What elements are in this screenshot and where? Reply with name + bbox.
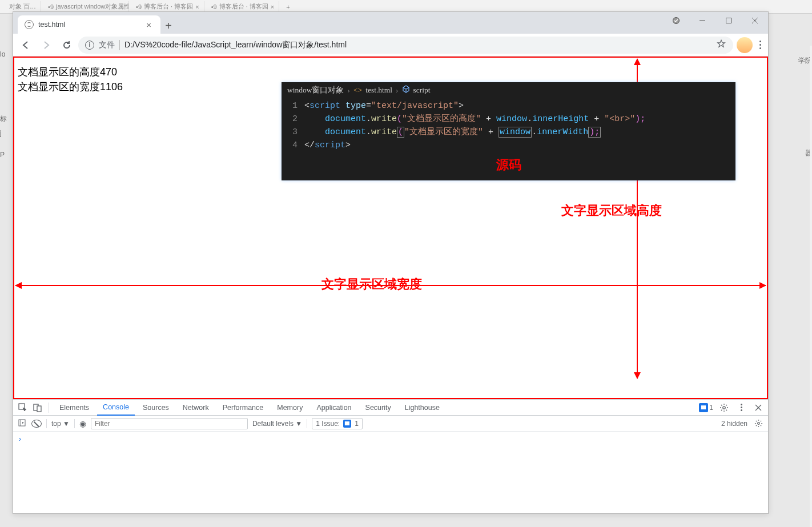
window-close-button[interactable] [742,12,768,29]
tab-console[interactable]: Console [97,400,135,416]
url-text: D:/VS%20code-file/JavaScript_learn/windo… [124,40,347,50]
clipped-text: 标 [0,114,7,124]
bg-tab: •9 博客后台 · 博客园 × [207,1,280,12]
device-toggle-icon[interactable] [31,401,44,414]
tab-title: test.html [38,21,65,29]
console-subbar: top ▼ ◉ Default levels ▼ 1 Issue: ⯀ 1 2 … [13,416,768,432]
address-bar[interactable]: i 文件 D:/VS%20code-file/JavaScript_learn/… [78,37,733,54]
tab-elements[interactable]: Elements [54,400,95,415]
back-button[interactable] [17,36,35,54]
editor-breadcrumbs: window窗口对象 › <> test.html › script [282,82,735,98]
crumb: test.html [365,86,392,95]
globe-icon [25,20,34,29]
reload-button[interactable] [58,36,76,54]
live-expression-icon[interactable]: ◉ [79,419,86,428]
bg-new-tab[interactable]: + [282,3,294,10]
bg-tab: 对象 百… [5,1,41,12]
devtools-tabbar: Elements Console Sources Network Perform… [13,400,768,416]
console-filter-input[interactable] [91,418,248,429]
tab-lighthouse[interactable]: Lighthouse [399,400,445,415]
console-settings-icon[interactable] [752,417,765,430]
height-label-annotation: 文字显示区域高度 [561,202,662,219]
issues-box[interactable]: 1 Issue: ⯀ 1 [312,418,363,429]
info-icon[interactable]: i [85,41,94,50]
console-prompt: › [19,435,21,443]
tab-sources[interactable]: Sources [137,400,175,415]
issues-indicator[interactable]: ⯀ 1 [699,403,713,412]
forward-button[interactable] [37,36,55,54]
tab-performance[interactable]: Performance [217,400,270,415]
svg-rect-2 [726,18,731,23]
bg-tab: •9 javascript window对象属性和… × [43,1,129,12]
crumb: window窗口对象 [287,85,344,95]
browser-tab[interactable]: test.html × [18,15,160,34]
browser-menu-button[interactable] [756,37,765,53]
issue-badge-icon: ⯀ [343,420,351,428]
tab-strip: test.html × + [13,12,768,34]
crumb: script [413,86,431,95]
issue-badge-icon: ⯀ [699,403,708,412]
line-gutter: 1 2 3 4 [282,98,304,153]
bg-tab: •9 博客后台 · 博客园 × [131,1,204,12]
context-selector[interactable]: top ▼ [51,420,70,428]
browser-window: test.html × + i 文件 D:/VS%20code-file/Jav… [13,11,769,514]
bookmark-star-icon[interactable] [716,39,726,51]
output-line: 文档显示区的宽度1106 [18,79,123,94]
hidden-count: 2 hidden [721,420,747,428]
background-sliver [810,46,812,527]
output-line: 文档显示区的高度470 [18,65,123,79]
page-viewport: 文档显示区的高度470 文档显示区的宽度1106 文字显示区域高度 文字显示区域… [13,57,768,399]
inspect-element-icon[interactable] [17,401,29,414]
window-minimize-button[interactable] [689,12,715,29]
page-output: 文档显示区的高度470 文档显示区的宽度1106 [18,65,123,94]
source-code-inset: window窗口对象 › <> test.html › script 1 2 3… [282,82,735,180]
tab-application[interactable]: Application [311,400,357,415]
browser-toolbar: i 文件 D:/VS%20code-file/JavaScript_learn/… [13,34,768,57]
devtools-panel: Elements Console Sources Network Perform… [13,399,768,513]
svg-rect-7 [37,406,41,412]
source-code-label: 源码 [282,153,735,174]
cupcake-icon [737,37,753,53]
clear-console-icon[interactable] [31,420,42,428]
close-tab-button[interactable]: × [144,20,154,30]
scheme-label: 文件 [99,40,120,50]
svg-rect-11 [19,420,25,426]
devtools-more-icon[interactable] [735,401,747,414]
console-body[interactable]: › [13,432,768,513]
log-level-selector[interactable]: Default levels ▼ [252,420,302,428]
svg-point-13 [757,423,759,425]
width-label-annotation: 文字显示区域宽度 [321,276,422,293]
tab-memory[interactable]: Memory [271,400,308,415]
clipped-text: j [0,129,2,137]
code-body: <script type="text/javascript"> document… [304,98,735,153]
clipped-text: P [0,151,5,159]
tab-network[interactable]: Network [177,400,215,415]
clipped-text: lo [0,50,5,58]
svg-point-8 [723,406,725,408]
tab-security[interactable]: Security [360,400,397,415]
window-maximize-button[interactable] [715,12,742,29]
console-sidebar-toggle-icon[interactable] [17,419,27,428]
cube-icon [402,85,410,95]
window-extra-button[interactable] [663,12,689,29]
devtools-close-icon[interactable] [752,401,765,414]
file-icon: <> [353,86,362,95]
extension-button[interactable] [735,36,754,54]
devtools-settings-icon[interactable] [718,401,730,414]
new-tab-button[interactable]: + [160,18,176,34]
